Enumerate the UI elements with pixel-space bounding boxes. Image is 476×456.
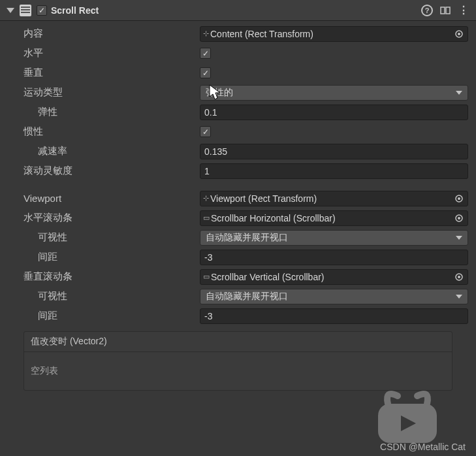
horizontal-checkbox[interactable]: ✓ xyxy=(200,48,211,59)
v-visibility-dropdown[interactable]: 自动隐藏并展开视口 xyxy=(200,289,468,304)
horizontal-label: 水平 xyxy=(8,47,200,59)
inertia-label: 惯性 xyxy=(8,125,200,138)
viewport-label: Viewport xyxy=(8,193,200,204)
decel-rate-input[interactable]: 0.135 xyxy=(200,144,468,159)
elasticity-input[interactable]: 0.1 xyxy=(200,105,468,120)
h-spacing-label: 间距 xyxy=(8,251,200,263)
viewport-object-field[interactable]: ⊹ Viewport (Rect Transform) xyxy=(200,191,468,206)
movement-type-label: 运动类型 xyxy=(8,86,200,99)
object-picker-icon[interactable] xyxy=(453,28,465,40)
content-label: 内容 xyxy=(8,27,200,40)
scrollbar-icon: ▭ xyxy=(203,272,208,281)
chevron-down-icon xyxy=(456,91,462,95)
help-icon[interactable]: ? xyxy=(421,5,433,16)
content-object-field[interactable]: ⊹ Content (Rect Transform) xyxy=(200,26,468,42)
svg-rect-0 xyxy=(441,7,445,14)
v-scrollbar-object-field[interactable]: ▭ Scrollbar Vertical (Scrollbar) xyxy=(200,269,468,285)
object-picker-icon[interactable] xyxy=(453,271,465,283)
scrollbar-icon: ▭ xyxy=(203,214,208,222)
h-visibility-dropdown[interactable]: 自动隐藏并展开视口 xyxy=(200,230,468,246)
svg-point-3 xyxy=(458,33,460,35)
object-picker-icon[interactable] xyxy=(453,193,465,204)
h-scrollbar-label: 水平滚动条 xyxy=(8,212,200,224)
header-actions: ? ⋮ xyxy=(421,5,469,16)
movement-type-dropdown[interactable]: 弹性的 xyxy=(200,85,468,101)
menu-icon[interactable]: ⋮ xyxy=(458,5,469,16)
v-spacing-input[interactable]: -3 xyxy=(200,308,468,324)
svg-point-5 xyxy=(458,197,460,200)
h-scrollbar-object-field[interactable]: ▭ Scrollbar Horizontal (Scrollbar) xyxy=(200,210,468,226)
on-value-changed-event: 值改变时 (Vector2) 空列表 xyxy=(24,331,452,391)
chevron-down-icon xyxy=(456,236,462,240)
inertia-checkbox[interactable]: ✓ xyxy=(200,126,211,137)
component-title: Scroll Rect xyxy=(51,5,421,16)
component-header: ✓ Scroll Rect ? ⋮ xyxy=(0,0,476,21)
scroll-sensitivity-input[interactable]: 1 xyxy=(200,163,468,179)
h-visibility-label: 可视性 xyxy=(8,231,200,244)
enable-checkbox[interactable]: ✓ xyxy=(37,5,47,16)
chevron-down-icon xyxy=(456,295,462,299)
component-icon xyxy=(20,5,31,16)
watermark-logo-icon xyxy=(365,384,450,449)
object-picker-icon[interactable] xyxy=(453,212,465,224)
component-body: 内容 ⊹ Content (Rect Transform) 水平 ✓ 垂直 ✓ … xyxy=(0,21,476,401)
decel-rate-label: 减速率 xyxy=(8,145,200,157)
vertical-checkbox[interactable]: ✓ xyxy=(200,67,211,78)
foldout-toggle[interactable] xyxy=(7,8,14,13)
svg-point-9 xyxy=(458,276,460,278)
scroll-sensitivity-label: 滚动灵敏度 xyxy=(8,165,200,177)
svg-point-7 xyxy=(458,217,460,220)
vertical-label: 垂直 xyxy=(8,67,200,79)
event-title: 值改变时 (Vector2) xyxy=(24,332,452,352)
v-spacing-label: 间距 xyxy=(8,310,200,322)
v-scrollbar-label: 垂直滚动条 xyxy=(8,270,200,283)
rect-transform-icon: ⊹ xyxy=(203,194,208,203)
v-visibility-label: 可视性 xyxy=(8,290,200,302)
preset-icon[interactable] xyxy=(439,5,451,16)
svg-rect-1 xyxy=(446,7,450,14)
rect-transform-icon: ⊹ xyxy=(203,29,208,38)
h-spacing-input[interactable]: -3 xyxy=(200,250,468,265)
elasticity-label: 弹性 xyxy=(8,106,200,118)
watermark-text: CSDN @Metallic Cat xyxy=(380,442,466,452)
